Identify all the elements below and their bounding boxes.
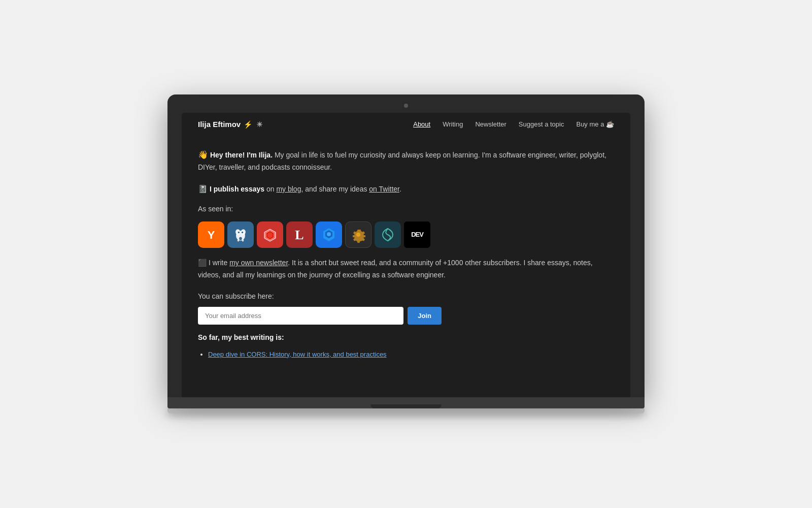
nav-suggest[interactable]: Suggest a topic [519, 120, 564, 128]
nav-about[interactable]: About [413, 120, 430, 128]
notebook-icon: 📓 [198, 184, 208, 193]
brand-name: Ilija Eftimov [198, 120, 241, 129]
laptop-screen: Ilija Eftimov ⚡ ☀ About Writing Newslett… [182, 113, 630, 397]
logo-ruby [257, 221, 283, 248]
publish-text3: . [399, 185, 401, 193]
intro-section: 👋 Hey there! I'm Ilija. My goal in life … [198, 148, 614, 174]
newsletter-para: ⬛ I write my own newsletter. It is a sho… [198, 257, 614, 281]
svg-point-3 [238, 232, 240, 234]
list-item: Deep dive in CORS: History, how it works… [208, 348, 614, 360]
nav-brand: Ilija Eftimov ⚡ ☀ [198, 120, 263, 129]
newsletter-link[interactable]: my own newsletter [229, 259, 288, 267]
newsletter-text-before: I write [209, 259, 229, 267]
svg-rect-5 [239, 237, 242, 240]
logo-codepen [375, 221, 401, 248]
my-blog-link[interactable]: my blog [276, 185, 301, 193]
newsletter-icon: ⬛ [198, 259, 207, 267]
publish-text2: , and share my ideas [301, 185, 369, 193]
svg-rect-6 [238, 239, 240, 242]
logo-gear [345, 221, 371, 248]
best-writing-section: So far, my best writing is: Deep dive in… [198, 332, 614, 360]
sun-icon: ☀ [256, 120, 263, 129]
nav-buyme[interactable]: Buy me a ☕ [576, 120, 614, 128]
subscribe-label: You can subscribe here: [198, 291, 614, 302]
wave-icon: 👋 [198, 150, 208, 159]
svg-point-13 [327, 232, 331, 236]
nav-newsletter[interactable]: Newsletter [475, 120, 506, 128]
twitter-link[interactable]: on Twitter [369, 185, 399, 193]
logo-lobsters: L [286, 221, 313, 248]
site-main: 👋 Hey there! I'm Ilija. My goal in life … [182, 136, 630, 376]
logo-dev: DEV [404, 221, 430, 248]
laptop-camera [404, 104, 408, 108]
article-link[interactable]: Deep dive in CORS: History, how it works… [208, 351, 387, 358]
newsletter-section: ⬛ I write my own newsletter. It is a sho… [198, 257, 614, 281]
logo-hex [316, 221, 342, 248]
intro-paragraph: 👋 Hey there! I'm Ilija. My goal in life … [198, 148, 614, 174]
laptop-foot [167, 408, 645, 414]
logo-postgresql [227, 221, 254, 248]
writing-list: Deep dive in CORS: History, how it works… [198, 348, 614, 360]
svg-rect-7 [242, 239, 244, 242]
join-button[interactable]: Join [408, 307, 442, 325]
email-input[interactable] [198, 307, 403, 325]
publish-section: 📓 I publish essays on my blog, and share… [198, 183, 614, 195]
site-nav: Ilija Eftimov ⚡ ☀ About Writing Newslett… [182, 113, 630, 136]
intro-bold: Hey there! I'm Ilija. [210, 151, 273, 159]
lightning-icon: ⚡ [244, 120, 252, 129]
laptop-wrapper: Ilija Eftimov ⚡ ☀ About Writing Newslett… [167, 94, 645, 414]
nav-links: About Writing Newsletter Suggest a topic… [413, 120, 614, 128]
laptop-body: Ilija Eftimov ⚡ ☀ About Writing Newslett… [167, 94, 645, 397]
svg-point-4 [242, 232, 244, 234]
publish-bold: I publish essays [210, 185, 264, 193]
email-row: Join [198, 307, 442, 325]
logo-ycombinator: Y [198, 221, 224, 248]
seen-in-label: As seen in: [198, 203, 614, 214]
best-writing-title: So far, my best writing is: [198, 332, 614, 343]
nav-writing[interactable]: Writing [443, 120, 463, 128]
logos-row: Y [198, 221, 614, 248]
laptop-base [167, 397, 645, 408]
publish-text1: on [264, 185, 276, 193]
